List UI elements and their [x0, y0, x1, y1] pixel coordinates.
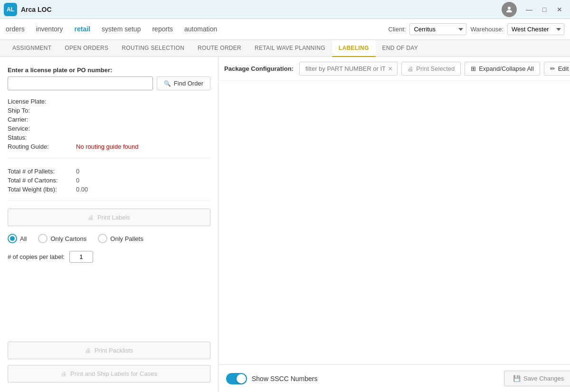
routing-guide-key: Routing Guide:	[8, 143, 74, 150]
lp-input-row: Find Order	[8, 76, 210, 90]
radio-only-cartons-label: Only Cartons	[50, 235, 86, 242]
print-labels-icon	[88, 214, 94, 221]
tab-labeling[interactable]: LABELING	[332, 40, 376, 57]
service-row: Service:	[8, 125, 210, 132]
carrier-key: Carrier:	[8, 116, 74, 123]
status-key: Status:	[8, 134, 74, 141]
service-key: Service:	[8, 125, 74, 132]
nav-item-automation[interactable]: automation	[184, 19, 217, 39]
maximize-button[interactable]: □	[538, 3, 551, 16]
print-ship-labels-button[interactable]: Print and Ship Labels for Cases	[8, 365, 210, 382]
radio-only-pallets-circle	[98, 234, 107, 243]
cartons-val: 0	[76, 177, 79, 184]
find-order-button[interactable]: Find Order	[157, 76, 210, 90]
pallets-row: Total # of Pallets: 0	[8, 168, 210, 175]
toggle-knob	[237, 374, 246, 383]
lp-section-label: Enter a license plate or PO number:	[8, 67, 210, 74]
pallets-val: 0	[76, 168, 79, 175]
user-avatar[interactable]	[502, 2, 517, 17]
tab-route-order[interactable]: ROUTE ORDER	[191, 40, 248, 57]
tab-end-of-day[interactable]: END OF DAY	[376, 40, 425, 57]
print-packlists-icon	[85, 347, 91, 354]
weight-val: 0.00	[76, 186, 88, 193]
save-icon	[513, 375, 521, 382]
main-content: Enter a license plate or PO number: Find…	[0, 57, 570, 392]
nav-item-system-setup[interactable]: system setup	[102, 19, 141, 39]
expand-collapse-button[interactable]: Expand/Collapse All	[465, 62, 540, 76]
bottom-bar: Show SSCC Numbers Save Changes	[218, 364, 570, 392]
print-mode-radio-group: All Only Cartons Only Pallets	[8, 232, 210, 245]
save-changes-button[interactable]: Save Changes	[504, 371, 570, 386]
print-ship-icon	[61, 370, 66, 377]
window-controls: — □ ✕	[522, 3, 566, 16]
filter-input[interactable]	[304, 62, 387, 75]
warehouse-label: Warehouse:	[470, 26, 504, 33]
ship-to-key: Ship To:	[8, 107, 74, 114]
search-icon	[164, 80, 171, 87]
print-labels-button[interactable]: Print Labels	[8, 209, 210, 226]
radio-only-pallets[interactable]: Only Pallets	[98, 234, 143, 243]
tab-retail-wave-planning[interactable]: RETAIL WAVE PLANNING	[248, 40, 332, 57]
lp-section: Enter a license plate or PO number: Find…	[8, 67, 210, 90]
title-bar: AL Arca LOC — □ ✕	[0, 0, 570, 19]
sscc-toggle-wrap: Show SSCC Numbers	[226, 373, 318, 384]
edit-icon	[550, 65, 555, 72]
radio-all-circle	[8, 234, 17, 243]
lp-input[interactable]	[8, 76, 153, 90]
tab-assignment[interactable]: ASSIGNMENT	[6, 40, 58, 57]
nav-item-inventory[interactable]: inventory	[36, 19, 63, 39]
svg-point-0	[508, 7, 511, 10]
order-info: License Plate: Ship To: Carrier: Service…	[8, 98, 210, 150]
clear-filter-button[interactable]: ×	[387, 65, 393, 73]
copies-input[interactable]	[69, 251, 93, 263]
right-panel: Package Configuration: × Print Selected …	[218, 57, 570, 392]
nav-item-retail[interactable]: retail	[75, 19, 90, 39]
client-label: Client:	[389, 26, 406, 33]
cartons-row: Total # of Cartons: 0	[8, 177, 210, 184]
nav-item-orders[interactable]: orders	[6, 19, 25, 39]
filter-input-wrap: ×	[299, 62, 398, 76]
carrier-row: Carrier:	[8, 116, 210, 123]
routing-guide-row: Routing Guide: No routing guide found	[8, 143, 210, 150]
client-select[interactable]: Cerritus	[409, 23, 466, 35]
weight-key: Total Weight (lbs):	[8, 186, 74, 193]
cartons-key: Total # of Cartons:	[8, 177, 74, 184]
nav-item-reports[interactable]: reports	[152, 19, 173, 39]
sscc-label: Show SSCC Numbers	[252, 375, 318, 382]
copies-row: # of copies per label:	[8, 251, 210, 263]
print-selected-button[interactable]: Print Selected	[401, 62, 461, 76]
radio-only-pallets-label: Only Pallets	[110, 235, 143, 242]
pallets-key: Total # of Pallets:	[8, 168, 74, 175]
radio-only-cartons[interactable]: Only Cartons	[38, 234, 86, 243]
tab-open-orders[interactable]: OPEN ORDERS	[58, 40, 115, 57]
sscc-toggle[interactable]	[226, 373, 247, 384]
copies-label: # of copies per label:	[8, 253, 65, 260]
radio-only-cartons-circle	[38, 234, 48, 243]
warehouse-select[interactable]: West Chester	[507, 23, 564, 35]
radio-all-label: All	[20, 235, 27, 242]
status-row: Status:	[8, 134, 210, 141]
print-selected-icon	[408, 65, 413, 72]
radio-all[interactable]: All	[8, 234, 27, 243]
nav-bar: orders inventory retail system setup rep…	[0, 19, 570, 40]
license-plate-key: License Plate:	[8, 98, 74, 105]
totals-section: Total # of Pallets: 0 Total # of Cartons…	[8, 168, 210, 193]
tab-bar: ASSIGNMENT OPEN ORDERS ROUTING SELECTION…	[0, 40, 570, 57]
left-panel: Enter a license plate or PO number: Find…	[0, 57, 218, 392]
weight-row: Total Weight (lbs): 0.00	[8, 186, 210, 193]
nav-right: Client: Cerritus Warehouse: West Chester	[389, 23, 564, 35]
app-title: Arca LOC	[21, 6, 502, 13]
close-button[interactable]: ✕	[553, 3, 566, 16]
package-config-title: Package Configuration:	[224, 65, 294, 72]
right-toolbar: Package Configuration: × Print Selected …	[218, 57, 570, 81]
print-packlists-button[interactable]: Print Packlists	[8, 342, 210, 359]
edit-button[interactable]: Edit	[544, 62, 570, 76]
package-config-content	[218, 81, 570, 364]
expand-icon	[471, 65, 476, 72]
ship-to-row: Ship To:	[8, 107, 210, 114]
license-plate-row: License Plate:	[8, 98, 210, 105]
tab-routing-selection[interactable]: ROUTING SELECTION	[115, 40, 191, 57]
minimize-button[interactable]: —	[522, 3, 536, 16]
divider-1	[8, 158, 210, 158]
routing-guide-val: No routing guide found	[76, 143, 139, 150]
